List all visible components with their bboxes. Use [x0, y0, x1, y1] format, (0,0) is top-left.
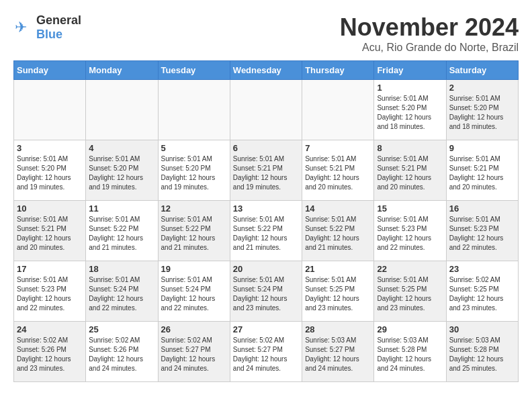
- table-row: 22Sunrise: 5:01 AM Sunset: 5:25 PM Dayli…: [374, 261, 446, 322]
- table-row: 10Sunrise: 5:01 AM Sunset: 5:21 PM Dayli…: [14, 201, 86, 261]
- table-row: 9Sunrise: 5:01 AM Sunset: 5:21 PM Daylig…: [446, 140, 518, 201]
- table-row: 6Sunrise: 5:01 AM Sunset: 5:21 PM Daylig…: [230, 140, 302, 201]
- table-row: 13Sunrise: 5:01 AM Sunset: 5:22 PM Dayli…: [230, 201, 302, 261]
- day-info: Sunrise: 5:01 AM Sunset: 5:22 PM Dayligh…: [233, 215, 299, 253]
- day-info: Sunrise: 5:01 AM Sunset: 5:21 PM Dayligh…: [305, 154, 371, 192]
- day-number: 14: [305, 203, 371, 214]
- day-info: Sunrise: 5:01 AM Sunset: 5:23 PM Dayligh…: [377, 215, 443, 253]
- header-monday: Monday: [86, 61, 158, 80]
- table-row: [158, 80, 230, 140]
- calendar-title: November 2024: [340, 13, 519, 42]
- day-info: Sunrise: 5:02 AM Sunset: 5:26 PM Dayligh…: [89, 336, 154, 373]
- day-number: 22: [377, 264, 443, 274]
- day-info: Sunrise: 5:01 AM Sunset: 5:22 PM Dayligh…: [89, 215, 154, 253]
- day-info: Sunrise: 5:01 AM Sunset: 5:24 PM Dayligh…: [161, 275, 227, 313]
- table-row: 23Sunrise: 5:02 AM Sunset: 5:25 PM Dayli…: [446, 261, 518, 322]
- svg-text:✈: ✈: [15, 19, 27, 36]
- week-row-1: 3Sunrise: 5:01 AM Sunset: 5:20 PM Daylig…: [14, 140, 519, 201]
- weekday-header-row: Sunday Monday Tuesday Wednesday Thursday…: [14, 61, 519, 80]
- day-info: Sunrise: 5:01 AM Sunset: 5:25 PM Dayligh…: [305, 275, 371, 313]
- day-number: 25: [89, 324, 154, 334]
- page-header: ✈ General Blue November 2024 Acu, Rio Gr…: [13, 13, 519, 54]
- day-info: Sunrise: 5:03 AM Sunset: 5:28 PM Dayligh…: [449, 336, 515, 373]
- day-number: 4: [89, 143, 154, 153]
- day-number: 17: [17, 264, 83, 274]
- day-number: 3: [17, 143, 83, 153]
- day-info: Sunrise: 5:01 AM Sunset: 5:24 PM Dayligh…: [89, 275, 154, 313]
- day-number: 16: [449, 203, 515, 214]
- table-row: 8Sunrise: 5:01 AM Sunset: 5:21 PM Daylig…: [374, 140, 446, 201]
- day-number: 5: [161, 143, 227, 153]
- table-row: [86, 80, 158, 140]
- day-info: Sunrise: 5:01 AM Sunset: 5:20 PM Dayligh…: [17, 154, 83, 192]
- day-info: Sunrise: 5:02 AM Sunset: 5:26 PM Dayligh…: [17, 336, 83, 373]
- day-number: 28: [305, 324, 371, 334]
- day-info: Sunrise: 5:01 AM Sunset: 5:25 PM Dayligh…: [377, 275, 443, 313]
- table-row: 26Sunrise: 5:02 AM Sunset: 5:27 PM Dayli…: [158, 322, 230, 382]
- table-row: 18Sunrise: 5:01 AM Sunset: 5:24 PM Dayli…: [86, 261, 158, 322]
- header-wednesday: Wednesday: [230, 61, 302, 80]
- table-row: 16Sunrise: 5:01 AM Sunset: 5:23 PM Dayli…: [446, 201, 518, 261]
- table-row: 29Sunrise: 5:03 AM Sunset: 5:28 PM Dayli…: [374, 322, 446, 382]
- table-row: 1Sunrise: 5:01 AM Sunset: 5:20 PM Daylig…: [374, 80, 446, 140]
- table-row: 4Sunrise: 5:01 AM Sunset: 5:20 PM Daylig…: [86, 140, 158, 201]
- logo-icon: ✈: [13, 17, 34, 38]
- table-row: [14, 80, 86, 140]
- table-row: 15Sunrise: 5:01 AM Sunset: 5:23 PM Dayli…: [374, 201, 446, 261]
- day-number: 12: [161, 203, 227, 214]
- day-info: Sunrise: 5:01 AM Sunset: 5:21 PM Dayligh…: [377, 154, 443, 192]
- day-number: 13: [233, 203, 299, 214]
- day-number: 7: [305, 143, 371, 153]
- day-info: Sunrise: 5:01 AM Sunset: 5:23 PM Dayligh…: [449, 215, 515, 253]
- table-row: 3Sunrise: 5:01 AM Sunset: 5:20 PM Daylig…: [14, 140, 86, 201]
- day-number: 30: [449, 324, 515, 334]
- day-number: 26: [161, 324, 227, 334]
- day-number: 8: [377, 143, 443, 153]
- day-number: 2: [449, 83, 515, 93]
- week-row-4: 24Sunrise: 5:02 AM Sunset: 5:26 PM Dayli…: [14, 322, 519, 382]
- logo-general: General: [36, 13, 81, 27]
- day-info: Sunrise: 5:02 AM Sunset: 5:27 PM Dayligh…: [233, 336, 299, 373]
- table-row: 20Sunrise: 5:01 AM Sunset: 5:24 PM Dayli…: [230, 261, 302, 322]
- day-info: Sunrise: 5:02 AM Sunset: 5:25 PM Dayligh…: [449, 275, 515, 313]
- table-row: 11Sunrise: 5:01 AM Sunset: 5:22 PM Dayli…: [86, 201, 158, 261]
- day-number: 23: [449, 264, 515, 274]
- table-row: 21Sunrise: 5:01 AM Sunset: 5:25 PM Dayli…: [302, 261, 374, 322]
- calendar-subtitle: Acu, Rio Grande do Norte, Brazil: [340, 42, 519, 54]
- day-number: 18: [89, 264, 154, 274]
- logo-blue: Blue: [36, 28, 62, 41]
- logo: ✈ General Blue: [13, 13, 81, 42]
- day-number: 9: [449, 143, 515, 153]
- table-row: 25Sunrise: 5:02 AM Sunset: 5:26 PM Dayli…: [86, 322, 158, 382]
- table-row: 19Sunrise: 5:01 AM Sunset: 5:24 PM Dayli…: [158, 261, 230, 322]
- table-row: 5Sunrise: 5:01 AM Sunset: 5:20 PM Daylig…: [158, 140, 230, 201]
- header-friday: Friday: [374, 61, 446, 80]
- day-info: Sunrise: 5:01 AM Sunset: 5:20 PM Dayligh…: [449, 94, 515, 132]
- day-info: Sunrise: 5:03 AM Sunset: 5:28 PM Dayligh…: [377, 336, 443, 373]
- header-thursday: Thursday: [302, 61, 374, 80]
- table-row: 12Sunrise: 5:01 AM Sunset: 5:22 PM Dayli…: [158, 201, 230, 261]
- week-row-0: 1Sunrise: 5:01 AM Sunset: 5:20 PM Daylig…: [14, 80, 519, 140]
- table-row: 24Sunrise: 5:02 AM Sunset: 5:26 PM Dayli…: [14, 322, 86, 382]
- week-row-2: 10Sunrise: 5:01 AM Sunset: 5:21 PM Dayli…: [14, 201, 519, 261]
- day-info: Sunrise: 5:01 AM Sunset: 5:20 PM Dayligh…: [161, 154, 227, 192]
- day-info: Sunrise: 5:01 AM Sunset: 5:21 PM Dayligh…: [17, 215, 83, 253]
- day-info: Sunrise: 5:02 AM Sunset: 5:27 PM Dayligh…: [161, 336, 227, 373]
- day-number: 1: [377, 83, 443, 93]
- day-info: Sunrise: 5:01 AM Sunset: 5:20 PM Dayligh…: [377, 94, 443, 132]
- day-number: 19: [161, 264, 227, 274]
- day-number: 10: [17, 203, 83, 214]
- day-info: Sunrise: 5:01 AM Sunset: 5:21 PM Dayligh…: [233, 154, 299, 192]
- day-info: Sunrise: 5:01 AM Sunset: 5:22 PM Dayligh…: [305, 215, 371, 253]
- day-info: Sunrise: 5:03 AM Sunset: 5:27 PM Dayligh…: [305, 336, 371, 373]
- day-info: Sunrise: 5:01 AM Sunset: 5:21 PM Dayligh…: [449, 154, 515, 192]
- header-saturday: Saturday: [446, 61, 518, 80]
- day-number: 15: [377, 203, 443, 214]
- day-number: 21: [305, 264, 371, 274]
- day-number: 11: [89, 203, 154, 214]
- table-row: 17Sunrise: 5:01 AM Sunset: 5:23 PM Dayli…: [14, 261, 86, 322]
- day-info: Sunrise: 5:01 AM Sunset: 5:22 PM Dayligh…: [161, 215, 227, 253]
- day-number: 6: [233, 143, 299, 153]
- day-number: 24: [17, 324, 83, 334]
- table-row: 30Sunrise: 5:03 AM Sunset: 5:28 PM Dayli…: [446, 322, 518, 382]
